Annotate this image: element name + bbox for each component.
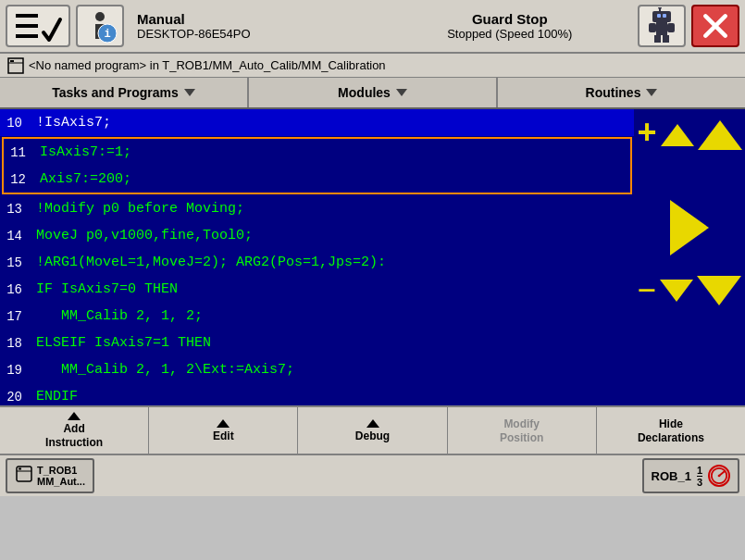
- svg-rect-7: [652, 11, 671, 22]
- fraction-bottom: 3: [697, 477, 702, 488]
- edit-arrow-icon: [217, 419, 230, 428]
- code-line-14[interactable]: 14 MoveJ p0,v1000,fine,Tool0;: [0, 222, 634, 249]
- bottom-toolbar: Add Instruction Edit Debug Modify Positi…: [0, 405, 745, 454]
- stopped-detail-label: Stopped (Speed 100%): [447, 27, 572, 41]
- add-instruction-arrow-icon: [68, 412, 81, 420]
- status-bar: T_ROB1 MM_Aut... ROB_1 1 3: [0, 454, 745, 496]
- fraction: 1 3: [697, 465, 702, 488]
- line-number-19: 19: [0, 363, 28, 378]
- top-bar: i Manual DESKTOP-86E54PO Guard Stop Stop…: [0, 0, 745, 54]
- svg-rect-2: [16, 34, 38, 38]
- add-instruction-button[interactable]: Add Instruction: [0, 407, 149, 454]
- add-button[interactable]: +: [637, 118, 657, 152]
- tab-tasks-programs[interactable]: Tasks and Programs: [0, 78, 249, 107]
- bottom-control-row: —: [638, 276, 742, 305]
- tab-routines-label: Routines: [586, 85, 641, 100]
- svg-rect-12: [663, 35, 669, 43]
- code-line-12[interactable]: 12 Axis7:=200;: [4, 166, 630, 193]
- code-line-19[interactable]: 19 MM_Calib 2, 1, 2\Ext:=Axis7;: [0, 356, 634, 383]
- edit-button[interactable]: Edit: [149, 407, 298, 454]
- svg-text:i: i: [104, 28, 110, 41]
- svg-rect-10: [667, 23, 675, 32]
- line-content-16: IF IsAxis7=0 THEN: [28, 281, 634, 297]
- scroll-right-button[interactable]: [670, 200, 709, 255]
- tab-tasks-label: Tasks and Programs: [52, 85, 179, 100]
- edit-label: Edit: [213, 429, 234, 442]
- rob-label: ROB_1: [652, 469, 691, 483]
- hide-label: Hide: [659, 417, 683, 430]
- connection-info: Manual DESKTOP-86E54PO: [130, 11, 382, 41]
- tab-routines[interactable]: Routines: [498, 78, 745, 107]
- svg-rect-8: [656, 22, 667, 35]
- line-content-18: ELSEIF IsAxis7=1 THEN: [28, 335, 634, 351]
- line-content-19: MM_Calib 2, 1, 2\Ext:=Axis7;: [28, 362, 634, 378]
- tab-modules-label: Modules: [338, 85, 391, 100]
- svg-rect-1: [16, 24, 38, 28]
- close-button[interactable]: [691, 5, 739, 47]
- status-info: Guard Stop Stopped (Speed 100%): [388, 11, 633, 41]
- info-button[interactable]: i: [76, 5, 124, 47]
- line-number-13: 13: [0, 202, 28, 217]
- right-controls: + —: [634, 109, 745, 405]
- scroll-down-small-button[interactable]: [660, 280, 693, 302]
- svg-rect-24: [19, 468, 21, 470]
- main-code-area: 10 !IsAxis7; 11 IsAxis7:=1; 12 Axis7:=20…: [0, 109, 745, 405]
- line-content-20: ENDIF: [28, 389, 634, 404]
- scroll-up-large-button[interactable]: [698, 120, 742, 150]
- svg-rect-0: [16, 14, 38, 18]
- code-line-11[interactable]: 11 IsAxis7:=1;: [4, 139, 630, 166]
- scroll-down-large-button[interactable]: [697, 276, 741, 305]
- svg-rect-11: [654, 35, 661, 43]
- robot-button[interactable]: [638, 5, 686, 47]
- remove-button[interactable]: —: [638, 278, 657, 304]
- task-detail: MM_Aut...: [37, 476, 85, 487]
- breadcrumb: <No named program> in T_ROB1/MM_Auto_Cal…: [0, 54, 745, 78]
- tab-modules[interactable]: Modules: [249, 78, 498, 107]
- line-number-15: 15: [0, 255, 28, 270]
- task-name: T_ROB1: [37, 465, 85, 476]
- tab-bar: Tasks and Programs Modules Routines: [0, 78, 745, 109]
- line-number-12: 12: [4, 172, 31, 187]
- task-chip-text: T_ROB1 MM_Aut...: [37, 465, 85, 487]
- svg-rect-21: [10, 60, 14, 62]
- line-content-14: MoveJ p0,v1000,fine,Tool0;: [28, 228, 634, 243]
- debug-button[interactable]: Debug: [298, 407, 447, 454]
- debug-label: Debug: [355, 429, 390, 442]
- hide-declarations-button[interactable]: Hide Declarations: [597, 407, 745, 454]
- guard-stop-label: Guard Stop: [472, 11, 548, 27]
- tab-tasks-arrow-icon: [184, 89, 195, 96]
- svg-point-16: [658, 7, 662, 9]
- speed-icon: [708, 465, 730, 487]
- line-content-12: Axis7:=200;: [31, 171, 630, 187]
- svg-rect-13: [657, 14, 661, 18]
- line-content-11: IsAxis7:=1;: [31, 144, 630, 160]
- fraction-top: 1: [697, 465, 702, 476]
- tab-routines-arrow-icon: [646, 89, 657, 96]
- svg-rect-14: [663, 14, 666, 18]
- line-content-15: !ARG1(MoveL=1,MoveJ=2); ARG2(Pos=1,Jps=2…: [28, 255, 634, 270]
- code-line-10[interactable]: 10 !IsAxis7;: [0, 109, 634, 136]
- svg-point-3: [95, 12, 105, 21]
- code-line-16[interactable]: 16 IF IsAxis7=0 THEN: [0, 276, 634, 303]
- hide-label2: Declarations: [638, 431, 704, 444]
- modify-label: Modify: [503, 417, 540, 430]
- program-icon: [7, 57, 24, 74]
- code-line-17[interactable]: 17 MM_Calib 2, 1, 2;: [0, 303, 634, 330]
- line-number-20: 20: [0, 390, 28, 404]
- code-line-20[interactable]: 20 ENDIF: [0, 383, 634, 405]
- code-line-15[interactable]: 15 !ARG1(MoveL=1,MoveJ=2); ARG2(Pos=1,Jp…: [0, 249, 634, 276]
- task-chip[interactable]: T_ROB1 MM_Aut...: [6, 458, 94, 493]
- device-label: DESKTOP-86E54PO: [137, 27, 382, 41]
- line-content-17: MM_Calib 2, 1, 2;: [28, 308, 634, 324]
- scroll-up-small-button[interactable]: [661, 124, 694, 146]
- code-editor: 10 !IsAxis7; 11 IsAxis7:=1; 12 Axis7:=20…: [0, 109, 634, 405]
- menu-check-button[interactable]: [6, 5, 70, 47]
- rob-status: ROB_1 1 3: [642, 458, 739, 493]
- line-number-11: 11: [4, 145, 31, 160]
- tab-modules-arrow-icon: [396, 89, 407, 96]
- code-line-18[interactable]: 18 ELSEIF IsAxis7=1 THEN: [0, 330, 634, 356]
- line-content-13: !Modify p0 before Moving;: [28, 201, 634, 217]
- line-number-10: 10: [0, 116, 28, 131]
- code-line-13[interactable]: 13 !Modify p0 before Moving;: [0, 195, 634, 222]
- svg-rect-9: [649, 23, 656, 32]
